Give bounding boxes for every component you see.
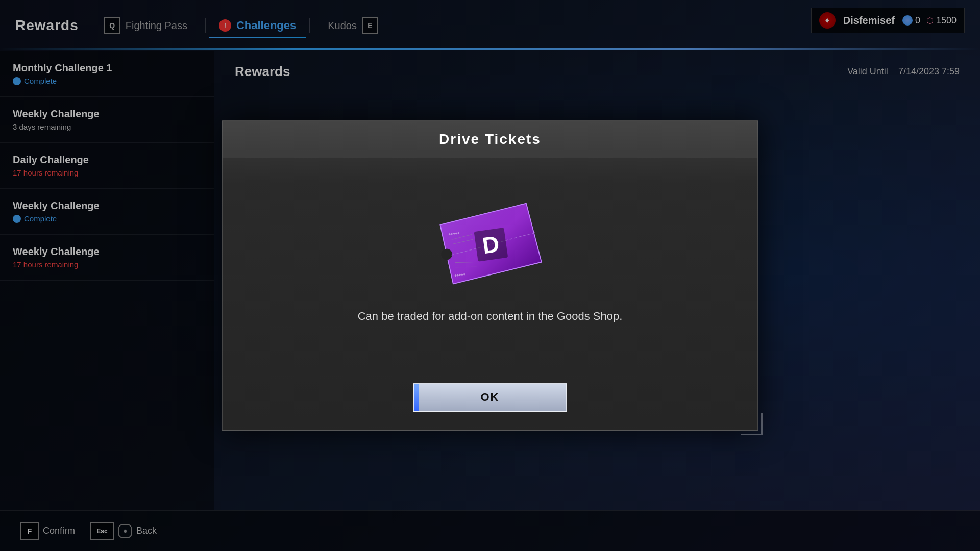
modal-description: Can be traded for add-on content in the …: [358, 307, 623, 325]
ticket-svg: D ◆◆◆◆◆ ◆◆◆◆◆: [434, 198, 546, 293]
modal-title: Drive Tickets: [439, 131, 541, 147]
drive-tickets-modal: Drive Tickets: [222, 120, 758, 431]
modal-footer: OK: [223, 372, 757, 430]
modal-header: Drive Tickets: [223, 121, 757, 158]
svg-text:D: D: [481, 231, 501, 259]
ticket-image: D ◆◆◆◆◆ ◆◆◆◆◆: [434, 198, 546, 293]
ok-button[interactable]: OK: [413, 383, 567, 412]
modal-body: D ◆◆◆◆◆ ◆◆◆◆◆ Can be traded for add-on c…: [223, 158, 757, 372]
modal-overlay: Drive Tickets: [0, 0, 980, 551]
